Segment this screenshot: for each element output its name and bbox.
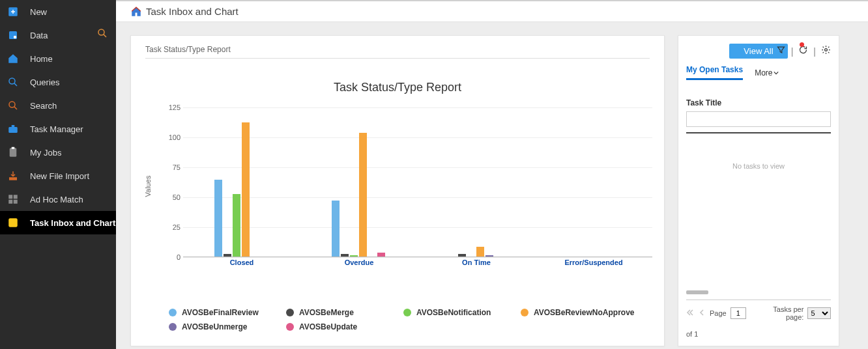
- separator: |: [813, 46, 816, 57]
- chart-legend: AVOSBeFinalReviewAVOSBeMergeAVOSBeNotifi…: [169, 303, 650, 331]
- sidebar-item-new-file-import[interactable]: New File Import: [0, 164, 116, 188]
- page-header: Task Inbox and Chart: [116, 0, 868, 22]
- sidebar-item-search[interactable]: Search: [0, 94, 116, 117]
- svg-line-8: [14, 107, 17, 109]
- page-input[interactable]: [731, 307, 746, 319]
- database-icon: [7, 29, 20, 42]
- legend-swatch: [403, 309, 411, 316]
- task-panel: View All | | My Open Tasks More Task Tit…: [678, 35, 839, 346]
- sidebar-item-label: Ad Hoc Match: [30, 195, 83, 204]
- legend-label: AVOSBeUnmerge: [182, 322, 247, 331]
- legend-label: AVOSBeNotification: [416, 308, 491, 317]
- sidebar-item-my-jobs[interactable]: My Jobs: [0, 141, 116, 164]
- separator: |: [791, 46, 794, 57]
- tasks-per-page-select[interactable]: 5: [807, 307, 831, 319]
- legend-item[interactable]: AVOSBeUpdate: [286, 322, 403, 331]
- bar: [350, 255, 358, 257]
- sidebar-item-ad-hoc-match[interactable]: Ad Hoc Match: [0, 188, 116, 211]
- prev-page-icon[interactable]: [698, 309, 706, 318]
- sidebar-search-icon[interactable]: [96, 27, 108, 41]
- sidebar-item-home[interactable]: Home: [0, 47, 116, 70]
- import-icon: [7, 169, 20, 182]
- svg-line-1: [104, 35, 106, 37]
- gridline: [183, 137, 652, 138]
- chart-title: Task Status/Type Report: [131, 81, 664, 94]
- legend-item[interactable]: AVOSBeReviewNoApprove: [521, 308, 638, 317]
- legend-item[interactable]: AVOSBeNotification: [403, 308, 521, 317]
- sidebar-item-task-manager[interactable]: Task Manager: [0, 117, 116, 141]
- tasks-per-page-label: Tasks per page:: [754, 305, 804, 321]
- horizontal-scrollbar[interactable]: [686, 290, 708, 294]
- sidebar-item-task-inbox-and-chart[interactable]: Task Inbox and Chart: [0, 211, 116, 234]
- bar: [485, 255, 493, 257]
- bar: [377, 253, 385, 257]
- y-axis-label: Values: [144, 176, 152, 197]
- svg-rect-11: [10, 148, 17, 157]
- main-area: Task Status/Type Report Task Status/Type…: [116, 22, 868, 349]
- sidebar-item-queries[interactable]: Queries: [0, 70, 116, 94]
- y-tick: 0: [162, 253, 181, 261]
- tab-my-open-tasks[interactable]: My Open Tasks: [686, 65, 743, 80]
- y-tick: 75: [162, 163, 181, 171]
- legend-label: AVOSBeUpdate: [299, 322, 357, 331]
- bar: [341, 254, 349, 257]
- legend-item[interactable]: AVOSBeUnmerge: [169, 322, 286, 331]
- svg-point-5: [9, 78, 15, 84]
- briefcase-icon: [7, 122, 20, 135]
- gridline: [183, 167, 652, 168]
- sidebar-item-label: Queries: [30, 77, 60, 87]
- more-menu[interactable]: More: [755, 68, 779, 77]
- y-tick: 125: [162, 104, 181, 111]
- bar: [224, 254, 231, 257]
- bar: [332, 201, 340, 257]
- search-small-icon: [7, 76, 20, 89]
- first-page-icon[interactable]: [686, 309, 694, 318]
- bar: [476, 247, 484, 257]
- sidebar-item-new[interactable]: New: [0, 0, 116, 23]
- sidebar-item-label: Task Inbox and Chart: [30, 218, 115, 228]
- svg-rect-10: [12, 125, 15, 127]
- y-tick: 25: [162, 223, 181, 231]
- legend-swatch: [521, 309, 528, 316]
- bar: [233, 194, 240, 257]
- plus-square-icon: [7, 5, 20, 18]
- svg-point-4: [14, 36, 17, 39]
- page-title: Task Inbox and Chart: [146, 6, 239, 17]
- home-sidebar-icon: [7, 52, 20, 65]
- svg-rect-9: [8, 127, 18, 133]
- sidebar-item-label: New: [30, 7, 47, 17]
- svg-line-6: [14, 83, 17, 86]
- legend-swatch: [169, 309, 177, 316]
- task-title-label: Task Title: [686, 98, 831, 107]
- no-tasks-message: No tasks to view: [678, 133, 839, 290]
- legend-swatch: [286, 323, 294, 331]
- svg-rect-15: [14, 195, 18, 199]
- search-red-icon: [7, 99, 20, 112]
- legend-swatch: [286, 309, 294, 316]
- refresh-icon[interactable]: [798, 45, 808, 57]
- y-tick: 50: [162, 193, 181, 201]
- x-tick-label: Closed: [230, 258, 254, 266]
- svg-rect-13: [9, 177, 17, 180]
- legend-item[interactable]: AVOSBeFinalReview: [169, 308, 286, 317]
- svg-point-19: [825, 49, 828, 51]
- bar: [458, 254, 466, 257]
- more-label: More: [755, 68, 772, 77]
- svg-point-0: [98, 29, 104, 35]
- chart-plot: Values 0255075100125ClosedOverdueOn Time…: [170, 107, 652, 270]
- svg-rect-12: [12, 147, 15, 149]
- sidebar-item-label: Search: [30, 101, 57, 111]
- task-title-input[interactable]: [686, 111, 831, 127]
- legend-item[interactable]: AVOSBeMerge: [286, 308, 403, 317]
- pager: Page Tasks per page: 5: [686, 300, 831, 321]
- gridline: [183, 227, 652, 228]
- sidebar-item-label: New File Import: [30, 171, 89, 181]
- filter-icon[interactable]: [776, 45, 786, 57]
- page-label: Page: [710, 309, 727, 317]
- svg-rect-16: [8, 200, 12, 204]
- bar: [242, 122, 250, 257]
- x-tick-label: Overdue: [345, 258, 374, 266]
- gear-icon[interactable]: [821, 45, 831, 57]
- legend-label: AVOSBeMerge: [299, 308, 354, 317]
- svg-rect-14: [8, 195, 12, 199]
